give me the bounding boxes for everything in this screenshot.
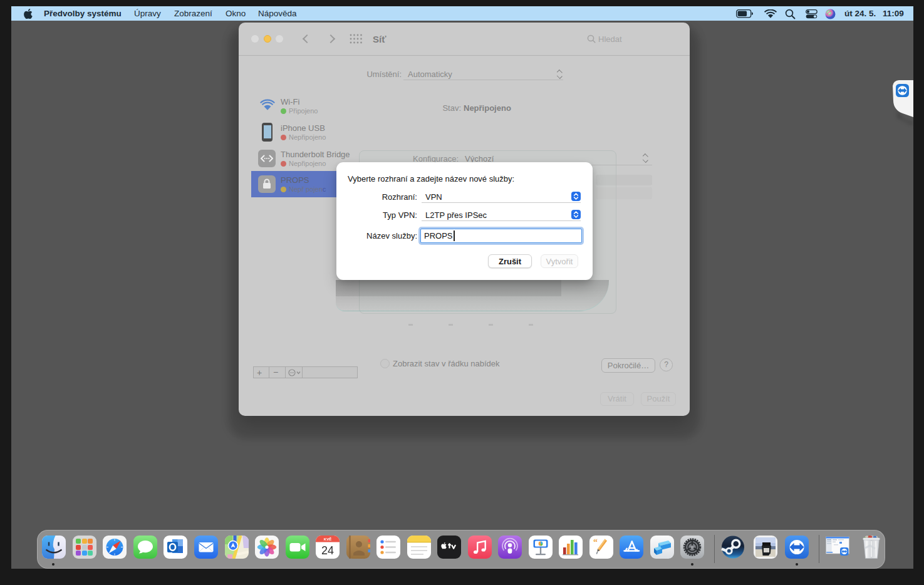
svg-text:KVĚ: KVĚ <box>324 537 331 541</box>
svg-text:24: 24 <box>321 544 334 557</box>
svg-text:“: “ <box>593 537 598 547</box>
